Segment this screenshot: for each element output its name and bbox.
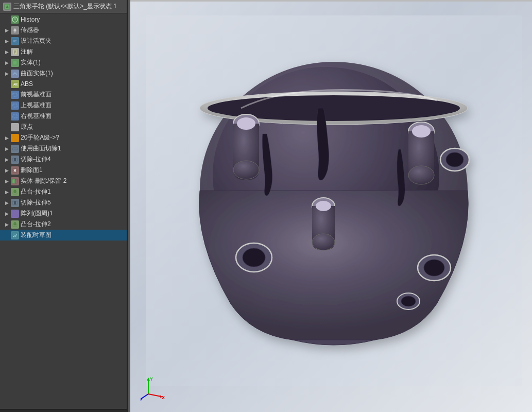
right-plane-icon xyxy=(11,112,19,121)
tree-item-front-plane[interactable]: 前视基准面 xyxy=(0,89,127,100)
viewport-top-strip xyxy=(130,0,532,2)
top-plane-label: 上视基准面 xyxy=(21,101,52,110)
body-delete2-label: 实体-删除/保留 2 xyxy=(21,177,66,185)
svg-rect-13 xyxy=(13,61,17,65)
design-label: 设计活页夹 xyxy=(21,37,52,45)
tree-item-history[interactable]: History xyxy=(0,14,127,25)
tree-item-cut-extrude4[interactable]: ▶ 切除-拉伸4 xyxy=(0,154,127,165)
tree-item-boss-extrude2[interactable]: ▶ 凸台-拉伸2 xyxy=(0,219,127,230)
sidebar-title: 三角形手轮 (默认<<默认>_显示状态 1 xyxy=(13,2,117,11)
boss-extrude2-icon xyxy=(11,220,19,229)
tree-item-surface1[interactable]: ▶ 曲面实体(1) xyxy=(0,68,127,79)
feature-tree[interactable]: History ▶ 传感器 ▶ xyxy=(0,13,127,409)
sidebar-header: 三角形手轮 (默认<<默认>_显示状态 1 xyxy=(0,0,127,13)
tree-item-boss-extrude1[interactable]: ▶ 凸台-拉伸1 xyxy=(0,186,127,197)
body-delete2-icon xyxy=(11,177,19,185)
note-icon xyxy=(11,48,19,56)
svg-point-58 xyxy=(243,248,265,267)
right-plane-label: 右视基准面 xyxy=(21,112,52,121)
wheel20-label: 20手轮A级->? xyxy=(21,133,59,142)
front-plane-label: 前视基准面 xyxy=(21,90,52,99)
front-plane-icon xyxy=(11,91,19,99)
svg-point-23 xyxy=(14,137,16,139)
svg-rect-6 xyxy=(12,39,18,43)
tree-item-cut-extrude5[interactable]: ▶ 切除-拉伸5 xyxy=(0,197,127,208)
tree-item-wheel20[interactable]: ▶ 20手轮A级->? xyxy=(0,132,127,143)
surface-label: 曲面实体(1) xyxy=(21,69,53,78)
delete-face1-label: 删除面1 xyxy=(21,166,43,175)
expand-arrow-body-delete2: ▶ xyxy=(4,179,9,184)
expand-arrow-design: ▶ xyxy=(4,39,9,44)
origin-label: 原点 xyxy=(21,123,33,131)
tree-item-sensor[interactable]: ▶ 传感器 xyxy=(0,25,127,36)
expand-arrow-front-plane xyxy=(4,92,9,97)
expand-arrow-boss-extrude1: ▶ xyxy=(4,190,9,195)
tree-item-right-plane[interactable]: 右视基准面 xyxy=(0,111,127,122)
svg-rect-41 xyxy=(14,222,16,225)
solid-label: 实体(1) xyxy=(21,58,41,67)
3d-model-svg xyxy=(146,15,522,386)
svg-rect-24 xyxy=(12,148,18,150)
axis-indicator-svg: Y X Z xyxy=(141,371,171,402)
tree-item-abs[interactable]: ABS ABS xyxy=(0,79,127,89)
pattern1-icon xyxy=(11,210,19,218)
expand-arrow-origin xyxy=(4,125,9,130)
svg-point-37 xyxy=(14,211,16,213)
tree-item-pattern1[interactable]: ▶ 阵列(圆周)1 xyxy=(0,208,127,219)
expand-arrow-wheel20: ▶ xyxy=(4,135,9,141)
sidebar-bottom xyxy=(0,409,127,412)
expand-arrow-surface1: ▶ xyxy=(4,71,9,76)
pattern1-label: 阵列(圆周)1 xyxy=(21,209,53,218)
abs-label: ABS xyxy=(21,80,33,88)
svg-point-56 xyxy=(316,201,331,211)
top-plane-icon xyxy=(11,101,19,110)
svg-text:Y: Y xyxy=(150,376,153,382)
history-label: History xyxy=(21,16,40,23)
svg-text:X: X xyxy=(162,395,165,400)
expand-arrow-abs xyxy=(4,81,9,87)
svg-point-50 xyxy=(237,117,255,130)
expand-arrow-right-plane xyxy=(4,114,9,119)
cut-extrude4-icon xyxy=(11,156,19,164)
svg-point-62 xyxy=(446,152,464,167)
delete-face1-icon xyxy=(11,166,19,175)
svg-rect-33 xyxy=(14,190,16,193)
expand-arrow-surface-cut: ▶ xyxy=(4,146,9,151)
svg-rect-17 xyxy=(13,104,17,107)
svg-point-3 xyxy=(13,29,16,32)
cut-extrude5-icon xyxy=(11,199,19,207)
history-icon xyxy=(11,15,19,24)
svg-rect-35 xyxy=(14,201,16,204)
tree-item-assembly-sketch[interactable]: 装配时草图 xyxy=(0,230,127,241)
design-icon xyxy=(11,37,19,45)
svg-rect-18 xyxy=(13,115,17,118)
expand-arrow-note: ▶ xyxy=(4,49,9,55)
origin-icon xyxy=(11,123,19,131)
svg-text:ABS: ABS xyxy=(13,83,18,86)
svg-point-49 xyxy=(233,161,259,179)
part-icon xyxy=(3,3,11,11)
tree-item-top-plane[interactable]: 上视基准面 xyxy=(0,100,127,111)
assembly-sketch-label: 装配时草图 xyxy=(21,231,52,239)
expand-arrow-delete-face1: ▶ xyxy=(4,168,9,173)
note-label: 注解 xyxy=(21,47,33,56)
expand-arrow-cut-extrude5: ▶ xyxy=(4,200,9,205)
viewport[interactable]: Y X Z xyxy=(130,0,532,412)
svg-point-52 xyxy=(408,166,434,184)
tree-item-solid1[interactable]: ▶ 实体(1) xyxy=(0,57,127,68)
surface-icon xyxy=(11,70,19,78)
sensor-icon xyxy=(11,26,19,35)
surface-cut-label: 使用曲面切除1 xyxy=(21,144,61,153)
svg-point-38 xyxy=(16,214,18,215)
abs-icon: ABS xyxy=(11,80,19,88)
cut-extrude4-label: 切除-拉伸4 xyxy=(21,155,51,164)
boss-extrude2-label: 凸台-拉伸2 xyxy=(21,220,51,229)
tree-item-note[interactable]: ▶ 注解 xyxy=(0,46,127,57)
tree-item-surface-cut[interactable]: ▶ 使用曲面切除1 xyxy=(0,143,127,154)
svg-point-53 xyxy=(412,125,431,138)
tree-item-body-delete2[interactable]: ▶ 实体-删除/保留 2 xyxy=(0,176,127,186)
expand-arrow-pattern1: ▶ xyxy=(4,211,9,216)
tree-item-delete-face1[interactable]: ▶ 删除面1 xyxy=(0,165,127,176)
tree-item-origin[interactable]: 原点 xyxy=(0,122,127,132)
tree-item-design[interactable]: ▶ 设计活页夹 xyxy=(0,36,127,46)
